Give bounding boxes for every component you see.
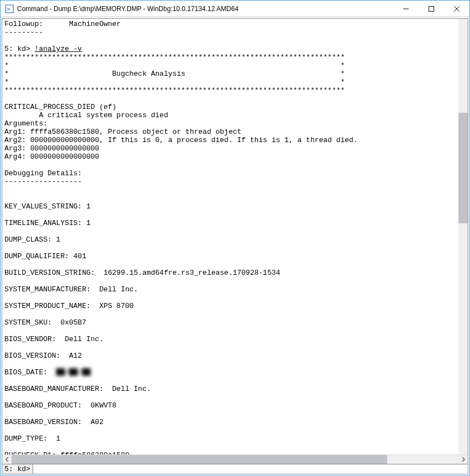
window-controls (393, 1, 469, 17)
window-title: Command - Dump E:\dmp\MEMORY.DMP - WinDb… (17, 5, 393, 13)
debug-output[interactable]: Followup: MachineOwner --------- 5: kd> … (2, 19, 458, 454)
svg-rect-3 (429, 6, 434, 11)
text: Followup: (4, 20, 43, 28)
text: Arg3: 0000000000000000 (4, 144, 99, 153)
scroll-left-arrow[interactable] (2, 455, 12, 464)
close-button[interactable] (444, 1, 469, 17)
text: Arg4: 0000000000000000 (4, 153, 99, 161)
text: --------- (4, 28, 43, 36)
app-icon: >_ (5, 4, 14, 13)
text: Debugging Details: (4, 169, 82, 177)
horizontal-scrollbar[interactable] (2, 454, 468, 464)
command-input-row: 5: kd> (2, 464, 468, 474)
horizontal-scrollbar-track[interactable] (12, 455, 458, 464)
text: ****************************************… (4, 86, 345, 95)
text: BIOS_DATE: (4, 368, 56, 376)
svg-text:>_: >_ (7, 6, 14, 13)
content-area: Followup: MachineOwner --------- 5: kd> … (2, 18, 468, 474)
scroll-right-arrow[interactable] (458, 455, 468, 464)
text: ****************************************… (4, 53, 345, 61)
text: DUMP_TYPE: 1 (4, 435, 60, 443)
text: DUMP_QUALIFIER: 401 (4, 252, 86, 260)
command-prompt: 5: kd> (2, 464, 33, 474)
output-wrap: Followup: MachineOwner --------- 5: kd> … (2, 19, 468, 454)
bios-date-redacted: ██/██/██ (56, 368, 91, 376)
text: BASEBOARD_VERSION: A02 (4, 418, 103, 426)
titlebar[interactable]: >_ Command - Dump E:\dmp\MEMORY.DMP - Wi… (1, 1, 469, 17)
text: TIMELINE_ANALYSIS: 1 (4, 219, 91, 227)
command-text: !analyze -v (35, 45, 82, 53)
text: * * (4, 61, 345, 70)
text: BUILD_VERSION_STRING: 16299.15.amd64fre.… (4, 269, 280, 277)
text: MachineOwner (69, 20, 121, 28)
vertical-scrollbar-thumb[interactable] (458, 113, 468, 223)
text: BIOS_VENDOR: Dell Inc. (4, 335, 103, 343)
text: SYSTEM_PRODUCT_NAME: XPS 8700 (4, 302, 134, 310)
text: Arguments: (4, 119, 47, 128)
windbg-command-window: >_ Command - Dump E:\dmp\MEMORY.DMP - Wi… (0, 0, 470, 476)
maximize-button[interactable] (419, 1, 444, 17)
minimize-button[interactable] (393, 1, 419, 17)
text: DUMP_CLASS: 1 (4, 236, 60, 244)
text: * * (4, 78, 345, 86)
text: Arg2: 0000000000000000, If this is 0, a … (4, 136, 358, 144)
text: 5: kd> (4, 45, 35, 53)
text: BASEBOARD_PRODUCT: 0KWVT8 (4, 401, 117, 410)
text: BASEBOARD_MANUFACTURER: Dell Inc. (4, 385, 151, 393)
vertical-scrollbar[interactable] (458, 19, 468, 454)
text: * Bugcheck Analysis * (4, 70, 345, 78)
text: SYSTEM_MANUFACTURER: Dell Inc. (4, 285, 138, 294)
command-input[interactable] (33, 464, 468, 474)
text: ------------------ (4, 177, 82, 186)
text: A critical system process died (4, 111, 168, 119)
text: CRITICAL_PROCESS_DIED (ef) (4, 103, 117, 111)
text: Arg1: ffffa586380c1580, Process object o… (4, 128, 241, 136)
text: BIOS_VERSION: A12 (4, 352, 82, 360)
horizontal-scrollbar-thumb[interactable] (12, 455, 387, 464)
text: KEY_VALUES_STRING: 1 (4, 202, 91, 211)
text: SYSTEM_SKU: 0x05B7 (4, 318, 86, 327)
